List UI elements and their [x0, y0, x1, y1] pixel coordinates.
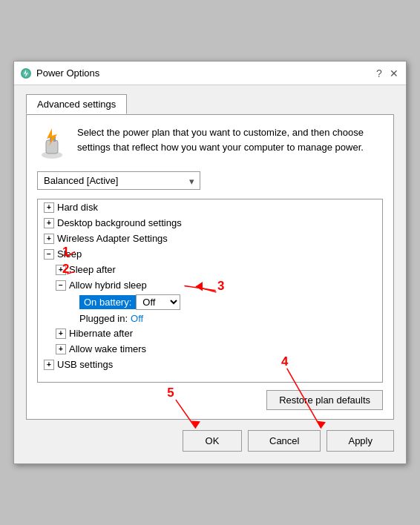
tree-item-hybrid-sleep[interactable]: − Allow hybrid sleep	[38, 277, 382, 293]
tree-item-wireless[interactable]: + Wireless Adapter Settings	[38, 231, 382, 246]
hibernate-after-label: Hibernate after	[69, 328, 133, 339]
expand-sleep-after[interactable]: +	[56, 265, 66, 275]
wake-timers-label: Allow wake timers	[69, 343, 146, 354]
desktop-bg-label: Desktop background settings	[57, 217, 182, 228]
dialog-button-row: OK Cancel Apply	[26, 430, 394, 455]
settings-tree[interactable]: + Hard disk + Desktop background setting…	[37, 199, 383, 383]
restore-row: Restore plan defaults	[37, 390, 383, 410]
tab-content: Select the power plan that you want to c…	[26, 114, 394, 420]
tree-item-wake-timers[interactable]: + Allow wake timers	[38, 341, 382, 357]
plan-dropdown-row: Balanced [Active] Power saver High perfo…	[37, 171, 383, 190]
plugged-in-label: Plugged in:	[79, 313, 128, 324]
expand-hard-disk[interactable]: +	[44, 202, 54, 213]
tree-item-sleep-after[interactable]: + Sleep after	[38, 262, 382, 277]
sleep-after-label: Sleep after	[69, 264, 116, 275]
hard-disk-label: Hard disk	[57, 202, 98, 213]
on-battery-label: On battery:	[79, 295, 136, 309]
tab-advanced-settings[interactable]: Advanced settings	[26, 94, 127, 114]
expand-wireless[interactable]: +	[44, 234, 54, 244]
title-bar-controls: ? ✕	[373, 67, 400, 79]
window-title: Power Options	[36, 67, 99, 79]
expand-wake-timers[interactable]: +	[56, 344, 66, 354]
plan-dropdown[interactable]: Balanced [Active] Power saver High perfo…	[37, 171, 200, 190]
cancel-button[interactable]: Cancel	[248, 430, 321, 452]
expand-sleep[interactable]: −	[44, 249, 54, 260]
help-button[interactable]: ?	[373, 67, 385, 79]
expand-desktop-bg[interactable]: +	[44, 218, 54, 228]
expand-hybrid-sleep[interactable]: −	[56, 280, 66, 291]
close-button[interactable]: ✕	[388, 67, 400, 79]
tree-item-sleep[interactable]: − Sleep	[38, 246, 382, 262]
restore-plan-defaults-button[interactable]: Restore plan defaults	[266, 390, 383, 410]
tree-item-hibernate-after[interactable]: + Hibernate after	[38, 326, 382, 341]
expand-hibernate-after[interactable]: +	[56, 328, 66, 339]
window-icon	[20, 67, 32, 79]
usb-settings-label: USB settings	[57, 359, 113, 370]
ok-button[interactable]: OK	[183, 430, 242, 452]
svg-rect-3	[46, 140, 58, 153]
expand-usb-settings[interactable]: +	[44, 360, 54, 370]
info-text: Select the power plan that you want to c…	[77, 125, 383, 154]
tree-item-on-battery[interactable]: On battery: Off On	[38, 293, 382, 311]
title-bar-left: Power Options	[20, 67, 99, 79]
title-bar: Power Options ? ✕	[14, 62, 406, 85]
wireless-label: Wireless Adapter Settings	[57, 233, 168, 244]
tab-bar: Advanced settings	[26, 94, 394, 114]
tree-item-usb-settings[interactable]: + USB settings	[38, 357, 382, 372]
tree-item-hard-disk[interactable]: + Hard disk	[38, 199, 382, 215]
plugged-in-value: Off	[131, 313, 143, 324]
tree-item-desktop-bg[interactable]: + Desktop background settings	[38, 215, 382, 231]
window-body: Advanced settings	[14, 85, 406, 463]
on-battery-select[interactable]: Off On	[136, 294, 180, 310]
tree-item-plugged-in[interactable]: Plugged in: Off	[38, 311, 382, 326]
plan-dropdown-wrapper: Balanced [Active] Power saver High perfo…	[37, 171, 200, 190]
power-options-window: Power Options ? ✕ Advanced settings	[13, 61, 407, 464]
apply-button[interactable]: Apply	[327, 430, 394, 452]
info-section: Select the power plan that you want to c…	[37, 125, 383, 161]
power-plan-icon	[37, 125, 67, 161]
on-battery-select-wrapper: Off On	[136, 294, 180, 310]
sleep-label: Sleep	[57, 248, 82, 260]
hybrid-sleep-label: Allow hybrid sleep	[69, 280, 147, 291]
